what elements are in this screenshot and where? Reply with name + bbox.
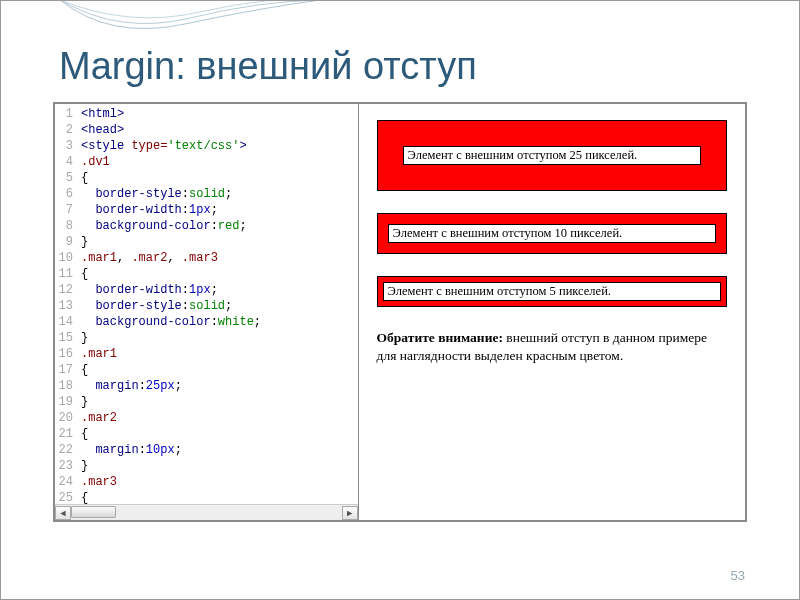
note-bold: Обратите внимание: (377, 330, 503, 345)
inner-box-5: Элемент с внешним отступом 5 пикселей. (383, 282, 721, 301)
outer-box-10: Элемент с внешним отступом 10 пикселей. (377, 213, 727, 254)
scroll-thumb[interactable] (71, 506, 116, 518)
rendered-preview-pane: Элемент с внешним отступом 25 пикселей. … (359, 104, 745, 520)
slide: Margin: внешний отступ 12345678910111213… (0, 0, 800, 600)
outer-box-25: Элемент с внешним отступом 25 пикселей. (377, 120, 727, 191)
scroll-track[interactable] (71, 506, 342, 520)
scroll-left-arrow[interactable]: ◄ (55, 506, 71, 520)
inner-box-10: Элемент с внешним отступом 10 пикселей. (388, 224, 716, 243)
scroll-right-arrow[interactable]: ► (342, 506, 358, 520)
note-paragraph: Обратите внимание: внешний отступ в данн… (377, 329, 727, 365)
code-editor-pane: 1234567891011121314151617181920212223242… (55, 104, 359, 520)
line-number-gutter: 1234567891011121314151617181920212223242… (55, 104, 77, 504)
outer-box-5: Элемент с внешним отступом 5 пикселей. (377, 276, 727, 307)
code-text: <html><head><style type='text/css'>.dv1{… (77, 104, 358, 504)
page-number: 53 (731, 568, 745, 583)
inner-box-25: Элемент с внешним отступом 25 пикселей. (403, 146, 701, 165)
slide-title: Margin: внешний отступ (1, 1, 799, 102)
demo-frame: 1234567891011121314151617181920212223242… (53, 102, 747, 522)
horizontal-scrollbar[interactable]: ◄ ► (55, 504, 358, 520)
